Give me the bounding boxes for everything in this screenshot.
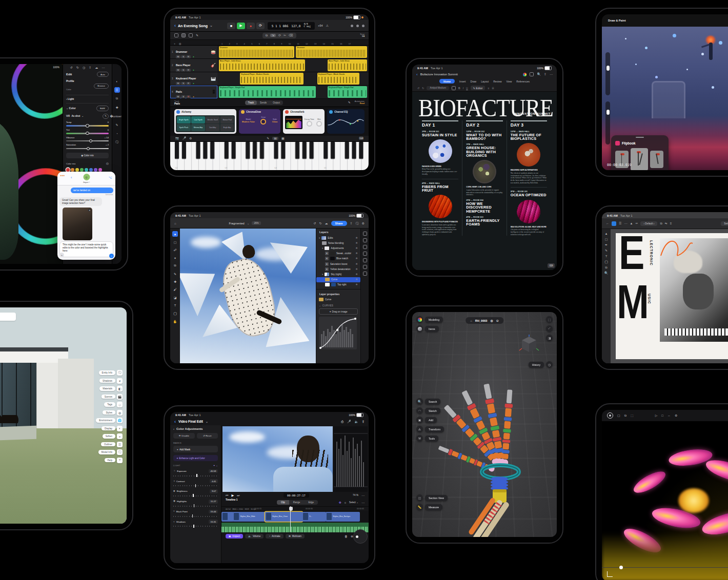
back-icon[interactable]: ‹: [174, 419, 176, 424]
viewer-more-icon[interactable]: ⋯: [361, 494, 365, 497]
photo-attachment[interactable]: ✕: [63, 208, 92, 240]
app-icon[interactable]: [612, 221, 616, 226]
video-track[interactable]: Skyline_Blue_Wide Skyline_Blue_Close S… …: [221, 511, 369, 522]
piano-keyboard[interactable]: C2 C3 C4 C5: [170, 142, 369, 170]
tool-sketch[interactable]: ◠Sketch: [416, 407, 444, 414]
mask-panel-icon[interactable]: [363, 272, 367, 276]
tab-review[interactable]: Review: [493, 80, 501, 83]
tab-references[interactable]: References: [516, 80, 530, 83]
tool-pill[interactable]: ⧉⇲⟳✂⌫: [262, 33, 296, 38]
light-section-label[interactable]: LIGHT✦ ⌄: [173, 464, 218, 467]
panel-button-entity-info[interactable]: Entity Infoⓘ: [99, 370, 123, 376]
cycle-button[interactable]: ⟳: [256, 23, 265, 29]
saturation-slider[interactable]: [66, 148, 109, 149]
plugin-alchemy[interactable]: Alchemy Bright Synth Cool Synth Metallic…: [174, 109, 236, 134]
move-tool[interactable]: ▲: [172, 231, 178, 237]
more-icon[interactable]: ⋯: [550, 73, 553, 76]
compose-field[interactable]: This might be the one! I made some quick…: [59, 241, 113, 257]
avatar[interactable]: ☺: [83, 174, 90, 180]
record-button[interactable]: ●: [247, 23, 255, 29]
multicam-button[interactable]: ⊞ Multicam: [286, 534, 305, 539]
text-tool[interactable]: T: [172, 303, 178, 308]
history-clock-icon[interactable]: ◷: [546, 361, 553, 368]
drag-on-image-button[interactable]: ✦ Drag on image: [319, 308, 358, 315]
shape-tool[interactable]: ◯: [172, 310, 178, 316]
remove-attachment-icon[interactable]: ✕: [88, 209, 91, 212]
marquee-tool[interactable]: ▢: [172, 239, 178, 245]
back-icon[interactable]: ←: [606, 222, 609, 225]
adjust-panel-icon[interactable]: [363, 232, 367, 236]
panel-button-materials[interactable]: Materials◧: [99, 386, 123, 391]
record-icon[interactable]: [607, 412, 613, 419]
share-icon[interactable]: ⇧: [89, 66, 91, 69]
more-icon[interactable]: ⋯: [102, 66, 105, 69]
speaker-icon[interactable]: 🔈: [354, 420, 358, 423]
frame-tool[interactable]: ▢: [605, 238, 608, 241]
clip[interactable]: Skyline_Blue_Backgro: [326, 512, 360, 522]
clip[interactable]: [221, 512, 234, 522]
photo-canvas[interactable]: 100%: [0, 64, 63, 264]
temp-slider[interactable]: [66, 125, 109, 126]
track-row-pads[interactable]: 4 Pads MSR● 🎛 Keyboard Player - Simple P…: [170, 86, 369, 99]
masking-icon[interactable]: �univers;: [114, 113, 120, 119]
measure-button[interactable]: 📏Measure: [416, 504, 448, 510]
brush-tool[interactable]: 🖌: [172, 287, 178, 293]
clip-selected[interactable]: Skyline_Blue_Close: [265, 512, 302, 522]
crop-tool[interactable]: ⧉: [605, 266, 607, 269]
pages-icon[interactable]: ☰: [619, 222, 621, 225]
browse-button[interactable]: Browse: [94, 84, 109, 89]
play-icon[interactable]: ▷: [655, 414, 658, 417]
light-section[interactable]: Light: [68, 97, 74, 100]
pads-view-icon[interactable]: ▦: [281, 137, 285, 140]
metronome-icon[interactable]: ⚠: [326, 24, 328, 27]
export-panel-icon[interactable]: [363, 258, 367, 262]
panel-button-environment[interactable]: Environment🌐: [96, 418, 123, 423]
exposure-slider[interactable]: ☼Exposure45.59: [173, 469, 218, 477]
timeline-ruler[interactable]: 00:00:1500:00:3000:00:45: [221, 506, 369, 511]
connect-icon[interactable]: ✥: [339, 501, 341, 504]
tint-slider[interactable]: [66, 133, 109, 134]
panel-button-display[interactable]: Display◐: [102, 426, 123, 431]
redo-icon[interactable]: ↻: [319, 222, 322, 225]
pencil-icon[interactable]: ✎: [267, 137, 269, 140]
inspect-button[interactable]: ▣ Inspect: [226, 534, 243, 539]
track-options-icon[interactable]: ◎: [179, 43, 181, 45]
settings-icon[interactable]: ⚙: [362, 222, 365, 225]
help-icon[interactable]: [356, 25, 359, 27]
timeline-more-icon[interactable]: ⋯: [361, 501, 365, 504]
settings-icon[interactable]: ⚙: [189, 137, 192, 140]
auto-button[interactable]: Auto: [97, 72, 109, 77]
panel-button-soften[interactable]: Soften◒: [103, 433, 123, 439]
orient-icon[interactable]: ⬚: [546, 316, 553, 323]
track-row-bass[interactable]: 2 Bass Player MSR● 🎸 Bass Player - Indie…: [170, 59, 369, 72]
back-icon[interactable]: ‹: [173, 427, 174, 430]
align-icon[interactable]: ≡: [488, 87, 489, 90]
history-icon[interactable]: ◷: [83, 66, 85, 69]
mixer-icon[interactable]: [181, 33, 186, 37]
inspector-tabs[interactable]: TrackSendsOutput: [245, 100, 283, 105]
import-icon[interactable]: ⎙: [341, 420, 343, 423]
cube-icon[interactable]: ⬚: [631, 414, 634, 417]
track-row-drummer[interactable]: 1 Drummer MSR● 🥁 Drummer Drummer: [170, 46, 369, 59]
add-track-icon[interactable]: ＋: [173, 43, 176, 45]
shadows-slider[interactable]: ◒Shadows15.31: [173, 520, 218, 527]
mic-icon[interactable]: 🎤: [347, 420, 351, 423]
document-pill[interactable]: ⌂RH_0003◍⊖: [466, 317, 503, 324]
transform-icon[interactable]: ⧉: [660, 222, 662, 225]
settings-icon[interactable]: [351, 25, 353, 27]
playhead-handle[interactable]: [289, 507, 293, 511]
contact-name[interactable]: Joyce ›: [83, 181, 90, 183]
disable-button[interactable]: 👁 Disable: [173, 433, 195, 439]
font-selector[interactable]: Antipol Medium: [427, 86, 449, 90]
brush-opacity-slider[interactable]: [605, 101, 610, 144]
preset-selector[interactable]: ‹ Default ›: [640, 221, 657, 226]
gear-icon[interactable]: [362, 25, 365, 27]
lcd-display[interactable]: 5 1 1 086127,0 4/4C maj: [268, 22, 315, 30]
layer-row-selected[interactable]: Curve👁: [316, 277, 360, 282]
panel-button-help[interactable]: Help?: [105, 458, 123, 463]
keyboard-icon[interactable]: ⌨: [359, 137, 363, 140]
eyedropper-icon[interactable]: ✎: [103, 114, 109, 119]
undo-icon[interactable]: ↺: [417, 87, 419, 90]
tool-add[interactable]: ▣Add: [416, 417, 444, 423]
edit-icon[interactable]: ☰: [114, 87, 120, 93]
